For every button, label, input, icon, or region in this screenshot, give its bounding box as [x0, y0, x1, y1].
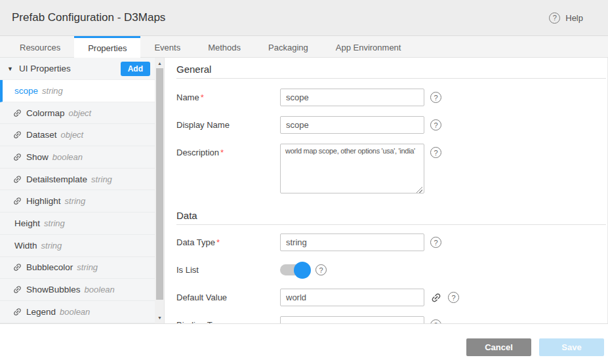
section-title-general: General: [176, 58, 606, 79]
name-label: Name: [176, 92, 199, 102]
property-type: string: [42, 86, 63, 96]
link-icon: [12, 196, 22, 206]
scrollbar-thumb[interactable]: [156, 68, 163, 300]
binding-type-select[interactable]: ▾: [280, 316, 424, 323]
sidebar-item-colormap[interactable]: Colormap object: [0, 102, 155, 125]
property-type: boolean: [85, 285, 115, 294]
default-value-label: Default Value: [176, 293, 227, 302]
default-value-input[interactable]: [280, 289, 424, 306]
property-type: string: [77, 262, 98, 272]
tab-events[interactable]: Events: [140, 36, 194, 57]
scroll-up-icon[interactable]: ▲: [155, 58, 165, 68]
help-icon: ?: [549, 12, 560, 24]
field-row-description: Description* world map scope, other opti…: [176, 144, 606, 196]
property-form: General Name* ? Display Name ?: [165, 58, 608, 323]
tab-properties[interactable]: Properties: [74, 36, 140, 58]
is-list-label: Is List: [176, 265, 199, 275]
field-row-data-type: Data Type* ?: [176, 233, 606, 251]
description-textarea[interactable]: world map scope, other options 'usa', 'i…: [280, 144, 424, 193]
link-icon: [12, 174, 22, 184]
tab-bar: Resources Properties Events Methods Pack…: [0, 36, 608, 58]
content-area: ▼ UI Properties Add scope string Colorma…: [0, 58, 608, 323]
tab-methods[interactable]: Methods: [194, 36, 254, 57]
property-name: ShowBubbles: [26, 285, 81, 294]
property-type: boolean: [60, 307, 90, 317]
sidebar-item-width[interactable]: Width string: [0, 235, 155, 257]
sidebar-item-show[interactable]: Show boolean: [0, 146, 155, 169]
property-type: string: [65, 196, 86, 206]
group-label: UI Properties: [19, 64, 71, 73]
sidebar-item-highlight[interactable]: Highlight string: [0, 190, 155, 212]
property-name: Legend: [26, 307, 56, 317]
save-button[interactable]: Save: [539, 338, 604, 356]
bind-link-icon[interactable]: [430, 292, 442, 304]
field-label: Name*: [176, 89, 280, 102]
field-label: Is List: [176, 261, 280, 275]
field-label: Default Value: [176, 289, 280, 302]
required-marker: *: [220, 148, 224, 157]
property-name: Highlight: [26, 196, 61, 206]
link-icon: [12, 307, 22, 317]
property-name: Width: [14, 241, 37, 251]
tab-packaging[interactable]: Packaging: [254, 36, 322, 57]
property-name: Height: [14, 218, 40, 228]
help-label: Help: [565, 13, 583, 23]
link-icon: [12, 130, 22, 140]
link-icon: [12, 152, 22, 162]
cancel-button[interactable]: Cancel: [466, 338, 531, 356]
property-type: boolean: [52, 152, 83, 162]
dialog-footer: Cancel Save: [0, 323, 608, 364]
section-title-data: Data: [176, 204, 606, 225]
data-type-input[interactable]: [280, 233, 424, 251]
description-help-icon[interactable]: ?: [430, 147, 441, 158]
sidebar-item-bubblecolor[interactable]: Bubblecolor string: [0, 257, 155, 279]
scroll-down-icon[interactable]: ▼: [155, 313, 165, 322]
sidebar-scrollbar[interactable]: ▲ ▼: [155, 58, 165, 323]
sidebar-item-dataset[interactable]: Dataset object: [0, 124, 155, 146]
property-name: scope: [14, 86, 38, 96]
field-label: Display Name: [176, 116, 280, 130]
required-marker: *: [216, 237, 220, 247]
tab-resources[interactable]: Resources: [6, 36, 74, 57]
link-icon: [12, 285, 22, 294]
property-name: Show: [26, 152, 49, 162]
add-property-button[interactable]: Add: [121, 62, 150, 76]
prefab-configuration-dialog: Prefab Configuration - D3Maps ? Help Res…: [0, 0, 608, 364]
field-row-name: Name* ?: [176, 89, 606, 106]
field-row-binding-type: Binding Type ▾ ?: [176, 316, 606, 323]
property-type: object: [61, 130, 84, 140]
field-row-default-value: Default Value ?: [176, 289, 606, 306]
sidebar-item-detailstemplate[interactable]: Detailstemplate string: [0, 169, 155, 191]
toggle-knob: [294, 262, 311, 279]
display-name-input[interactable]: [280, 116, 424, 134]
sidebar-item-legend[interactable]: Legend boolean: [0, 301, 155, 323]
field-label: Data Type*: [176, 233, 280, 247]
field-row-is-list: Is List ?: [176, 261, 606, 279]
property-type: string: [44, 218, 65, 228]
name-help-icon[interactable]: ?: [430, 92, 441, 103]
data-type-help-icon[interactable]: ?: [430, 237, 441, 248]
field-row-display-name: Display Name ?: [176, 116, 606, 134]
is-list-toggle[interactable]: [280, 264, 310, 275]
name-input[interactable]: [280, 89, 424, 106]
sidebar-item-scope[interactable]: scope string: [0, 80, 155, 102]
is-list-help-icon[interactable]: ?: [315, 264, 327, 275]
link-icon: [12, 262, 22, 272]
property-type: string: [41, 241, 62, 251]
link-icon: [12, 108, 22, 118]
tab-app-environment[interactable]: App Environment: [322, 36, 415, 57]
property-name: Colormap: [26, 108, 65, 118]
display-name-help-icon[interactable]: ?: [430, 119, 441, 131]
field-label: Binding Type: [176, 316, 280, 323]
collapse-caret-icon[interactable]: ▼: [7, 66, 13, 72]
description-label: Description: [176, 148, 219, 157]
properties-sidebar: ▼ UI Properties Add scope string Colorma…: [0, 58, 155, 323]
help-button[interactable]: ? Help: [549, 12, 583, 24]
resize-handle-icon[interactable]: [416, 187, 422, 193]
sidebar-item-height[interactable]: Height string: [0, 212, 155, 235]
field-label: Description*: [176, 144, 280, 157]
sidebar-item-showbubbles[interactable]: ShowBubbles boolean: [0, 279, 155, 301]
default-value-help-icon[interactable]: ?: [448, 292, 459, 303]
property-type: object: [69, 108, 92, 118]
property-name: Detailstemplate: [26, 174, 87, 184]
